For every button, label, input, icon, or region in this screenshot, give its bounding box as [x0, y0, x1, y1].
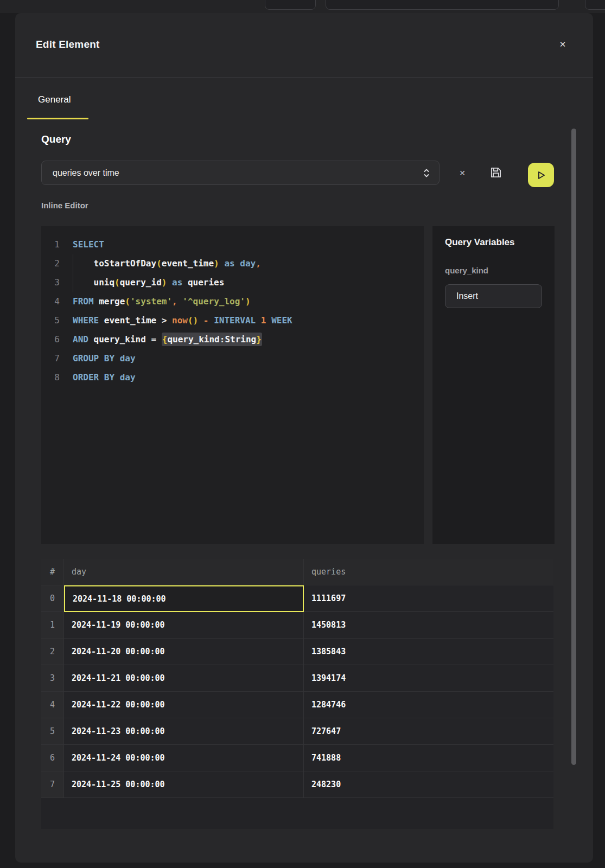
table-cell-index: 2 — [41, 639, 64, 665]
table-row: 02024-11-18 00:00:001111697 — [41, 585, 553, 612]
background-page-top — [0, 0, 605, 13]
modal-scrollbar[interactable] — [571, 129, 576, 765]
table-cell-day[interactable]: 2024-11-23 00:00:00 — [64, 718, 304, 745]
line-number: 6 — [41, 330, 60, 349]
insert-variable-button[interactable]: Insert — [445, 284, 542, 308]
code-text: WHERE event_time > now() - INTERVAL 1 WE… — [60, 311, 292, 330]
table-row: 22024-11-20 00:00:001385843 — [41, 639, 553, 665]
table-cell-day[interactable]: 2024-11-22 00:00:00 — [64, 692, 304, 718]
code-line: 8ORDER BY day — [41, 368, 424, 387]
chevron-up-down-icon — [423, 167, 430, 179]
table-row: 32024-11-21 00:00:001394174 — [41, 665, 553, 692]
line-number: 7 — [41, 349, 60, 368]
code-line: 2 toStartOfDay(event_time) as day, — [41, 254, 424, 273]
table-cell-index: 4 — [41, 692, 64, 718]
sql-code-editor[interactable]: 1SELECT2 toStartOfDay(event_time) as day… — [41, 226, 424, 544]
code-text: uniq(query_id) as queries — [60, 273, 224, 292]
table-cell-index: 0 — [41, 585, 64, 612]
table-cell-queries[interactable]: 741888 — [304, 745, 553, 771]
code-text: AND query_kind = {query_kind:String} — [60, 330, 262, 349]
code-text: FROM merge('system', '^query_log') — [60, 292, 251, 311]
line-number: 8 — [41, 368, 60, 387]
line-number: 1 — [41, 235, 60, 254]
table-cell-day[interactable]: 2024-11-21 00:00:00 — [64, 665, 304, 692]
table-cell-queries[interactable]: 1385843 — [304, 639, 553, 665]
code-line: 7GROUP BY day — [41, 349, 424, 368]
table-cell-day[interactable]: 2024-11-24 00:00:00 — [64, 745, 304, 771]
code-text: SELECT — [60, 235, 104, 254]
table-cell-queries[interactable]: 1284746 — [304, 692, 553, 718]
table-cell-day[interactable]: 2024-11-20 00:00:00 — [64, 639, 304, 665]
indent-guide — [73, 254, 73, 292]
table-body: 02024-11-18 00:00:00111169712024-11-19 0… — [41, 585, 553, 798]
column-header-index: # — [41, 559, 64, 585]
code-line: 3 uniq(query_id) as queries — [41, 273, 424, 292]
table-cell-queries[interactable]: 727647 — [304, 718, 553, 745]
table-footer — [41, 798, 553, 829]
table-cell-index: 6 — [41, 745, 64, 771]
table-cell-index: 1 — [41, 612, 64, 639]
table-cell-queries[interactable]: 1450813 — [304, 612, 553, 639]
tab-active-underline — [27, 118, 88, 119]
play-icon — [536, 170, 546, 181]
save-icon[interactable] — [489, 165, 503, 180]
query-section-heading: Query — [41, 133, 71, 145]
tab-general[interactable]: General — [38, 94, 71, 105]
table-cell-day[interactable]: 2024-11-19 00:00:00 — [64, 612, 304, 639]
query-variables-heading: Query Variables — [445, 237, 543, 248]
code-line: 1SELECT — [41, 235, 424, 254]
editor-area: 1SELECT2 toStartOfDay(event_time) as day… — [41, 226, 570, 544]
table-header: # day queries — [41, 559, 553, 585]
modal-header: Edit Element ✕ — [15, 13, 593, 78]
table-cell-queries[interactable]: 1111697 — [304, 585, 553, 612]
code-text: toStartOfDay(event_time) as day, — [60, 254, 261, 273]
code-line: 6AND query_kind = {query_kind:String} — [41, 330, 424, 349]
inline-editor-label: Inline Editor — [41, 201, 88, 210]
code-text: ORDER BY day — [60, 368, 136, 387]
table-cell-index: 7 — [41, 771, 64, 798]
results-table: # day queries 02024-11-18 00:00:00111169… — [41, 559, 553, 829]
edit-element-modal: Edit Element ✕ General Query queries ove… — [15, 13, 593, 863]
column-header-queries[interactable]: queries — [304, 559, 553, 585]
table-cell-queries[interactable]: 1394174 — [304, 665, 553, 692]
clear-query-icon[interactable]: ✕ — [456, 167, 469, 180]
variable-name: query_kind — [445, 266, 543, 275]
code-line: 5WHERE event_time > now() - INTERVAL 1 W… — [41, 311, 424, 330]
table-cell-day[interactable]: 2024-11-18 00:00:00 — [64, 585, 304, 612]
table-cell-index: 5 — [41, 718, 64, 745]
table-cell-day[interactable]: 2024-11-25 00:00:00 — [64, 771, 304, 798]
query-variables-panel: Query Variables query_kind Insert — [432, 226, 555, 544]
line-number: 3 — [41, 273, 60, 292]
run-query-button[interactable] — [528, 163, 554, 187]
background-toolbar-button — [265, 0, 316, 10]
table-cell-index: 3 — [41, 665, 64, 692]
table-row: 62024-11-24 00:00:00741888 — [41, 745, 553, 771]
background-toolbar-input — [326, 0, 559, 10]
code-line: 4FROM merge('system', '^query_log') — [41, 292, 424, 311]
table-cell-queries[interactable]: 248230 — [304, 771, 553, 798]
modal-title: Edit Element — [36, 39, 99, 50]
line-number: 4 — [41, 292, 60, 311]
table-row: 52024-11-23 00:00:00727647 — [41, 718, 553, 745]
background-toolbar-control — [585, 0, 605, 10]
line-number: 5 — [41, 311, 60, 330]
line-number: 2 — [41, 254, 60, 273]
code-text: GROUP BY day — [60, 349, 136, 368]
table-row: 42024-11-22 00:00:001284746 — [41, 692, 553, 718]
query-select-value: queries over time — [53, 168, 423, 178]
column-header-day[interactable]: day — [64, 559, 304, 585]
table-row: 72024-11-25 00:00:00248230 — [41, 771, 553, 798]
table-row: 12024-11-19 00:00:001450813 — [41, 612, 553, 639]
close-icon[interactable]: ✕ — [556, 38, 569, 51]
query-select[interactable]: queries over time — [41, 161, 440, 185]
